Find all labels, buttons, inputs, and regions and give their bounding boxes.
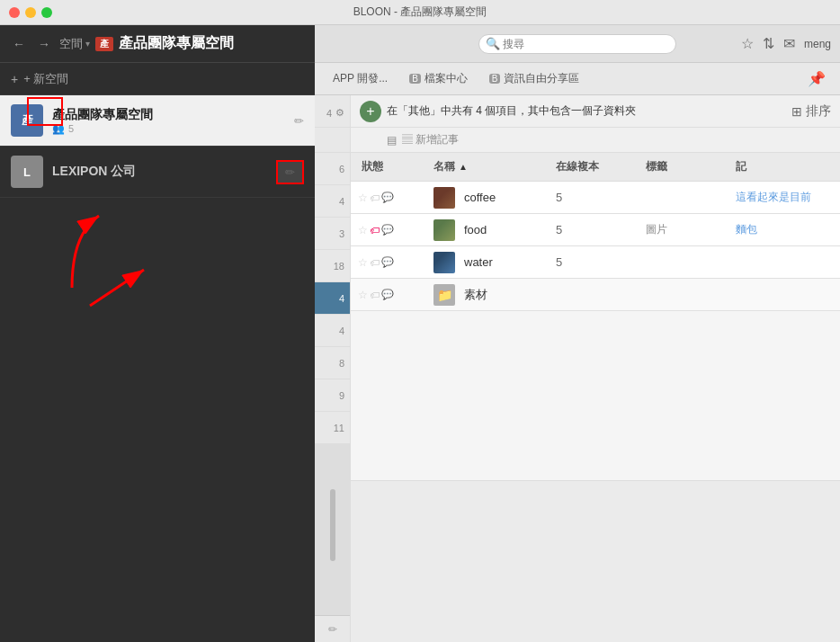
num-item-3: 3 bbox=[315, 218, 350, 250]
num-item-8: 8 bbox=[315, 347, 350, 379]
table-row-materials[interactable]: ☆ 🏷 💬 📁 素材 bbox=[351, 279, 840, 311]
name-label-coffee: coffee bbox=[464, 191, 496, 204]
tag-icon-food[interactable]: 🏷 bbox=[370, 225, 380, 236]
annotation-area bbox=[0, 198, 315, 327]
notes-food: 麵包 bbox=[728, 222, 836, 237]
edit-space-button-product[interactable]: ✏ bbox=[294, 114, 304, 128]
col-header-name[interactable]: 名稱 ▲ bbox=[426, 159, 549, 174]
header-spacer bbox=[315, 128, 350, 153]
left-numbers-panel: 4 ⚙ 6 4 3 18 4 4 8 9 11 bbox=[315, 95, 351, 642]
space-item-product[interactable]: 產 產品團隊專屬空間 👥 5 ✏ bbox=[0, 95, 315, 147]
table-wrap: 狀態 名稱 ▲ 在線複本 標籤 記 bbox=[351, 153, 840, 480]
mail-toolbar-icon[interactable]: ✉ bbox=[783, 35, 795, 52]
tab-files[interactable]: B 檔案中心 bbox=[400, 67, 477, 90]
tab-info-label: 資訊自由分享區 bbox=[504, 71, 579, 86]
sort-label: 排序 bbox=[806, 103, 831, 118]
scrollbar-thumb[interactable] bbox=[330, 489, 335, 561]
space-info-lexipon: LEXIPON 公司 bbox=[52, 164, 276, 180]
titlebar: BLOON - 產品團隊專屬空間 bbox=[0, 0, 840, 25]
add-record-button[interactable]: + bbox=[360, 101, 381, 122]
space-actions-product: ✏ bbox=[294, 114, 304, 128]
tags-food: 圖片 bbox=[639, 222, 728, 237]
row-icons-water: ☆ 🏷 💬 bbox=[354, 256, 426, 269]
thumb-materials: 📁 bbox=[433, 284, 455, 306]
pencil-icon: ✏ bbox=[328, 623, 337, 636]
row-icons-food: ☆ 🏷 💬 bbox=[354, 224, 426, 236]
new-space-button[interactable]: + + 新空間 bbox=[0, 63, 315, 95]
tag-icon-coffee[interactable]: 🏷 bbox=[370, 192, 380, 203]
chat-icon-coffee[interactable]: 💬 bbox=[381, 192, 394, 203]
chat-icon-new: ▤ bbox=[387, 134, 397, 147]
new-space-label: + 新空間 bbox=[23, 71, 68, 87]
chat-icon-food[interactable]: 💬 bbox=[381, 224, 394, 236]
grid-view-button[interactable]: ⊞ bbox=[791, 104, 802, 119]
main-panel: 🔍 ☆ ⇅ ✉ meng APP 開發... B 檔案中心 B 資訊自由分享區 bbox=[315, 25, 840, 642]
close-button[interactable] bbox=[9, 7, 20, 18]
search-input[interactable] bbox=[478, 34, 676, 54]
star-icon-materials[interactable]: ☆ bbox=[358, 289, 368, 301]
space-actions-lexipon: ✏ bbox=[276, 160, 304, 184]
space-badge: 產 bbox=[95, 37, 113, 51]
col-header-status: 狀態 bbox=[354, 159, 426, 174]
dropdown-arrow-icon: ▾ bbox=[85, 39, 90, 49]
num-item-18: 18 bbox=[315, 250, 350, 282]
app-body: ← → 空間 ▾ 產 產品團隊專屬空間 + + 新空間 產 產品團隊專屬空間 👥 bbox=[0, 25, 840, 642]
chat-icon-materials[interactable]: 💬 bbox=[381, 289, 394, 300]
num-item-6: 6 bbox=[315, 153, 350, 185]
copies-food: 5 bbox=[549, 223, 639, 236]
maximize-button[interactable] bbox=[41, 7, 52, 18]
new-record-label[interactable]: ▤ 新增記事 bbox=[402, 132, 459, 147]
table-row-water[interactable]: ☆ 🏷 💬 water 5 bbox=[351, 246, 840, 279]
members-settings-row: 4 ⚙ bbox=[315, 99, 350, 128]
minimize-button[interactable] bbox=[25, 7, 36, 18]
tab-app-dev[interactable]: APP 開發... bbox=[324, 67, 397, 90]
thumb-water bbox=[433, 252, 455, 273]
global-toolbar: 🔍 ☆ ⇅ ✉ meng bbox=[315, 25, 840, 63]
star-icon-food[interactable]: ☆ bbox=[358, 224, 368, 236]
row-icons-coffee: ☆ 🏷 💬 bbox=[354, 192, 426, 204]
num-item-9: 9 bbox=[315, 379, 350, 412]
forward-button[interactable]: → bbox=[34, 35, 54, 53]
space-name-product: 產品團隊專屬空間 bbox=[52, 107, 294, 123]
num-item-4a: 4 bbox=[315, 185, 350, 218]
settings-icon[interactable]: ⚙ bbox=[335, 107, 344, 119]
back-button[interactable]: ← bbox=[9, 35, 29, 53]
star-icon-coffee[interactable]: ☆ bbox=[358, 192, 368, 204]
avatar-product: 產 bbox=[11, 104, 43, 137]
chat-icon-water[interactable]: 💬 bbox=[381, 256, 394, 268]
edit-space-button-lexipon[interactable]: ✏ bbox=[276, 160, 304, 184]
avatar-lexipon: L bbox=[11, 156, 43, 188]
edit-icon-bottom[interactable]: ✏ bbox=[315, 615, 350, 642]
table-row-food[interactable]: ☆ 🏷 💬 food 5 圖片 麵包 bbox=[351, 214, 840, 246]
sidebar: ← → 空間 ▾ 產 產品團隊專屬空間 + + 新空間 產 產品團隊專屬空間 👥 bbox=[0, 25, 315, 642]
star-icon-water[interactable]: ☆ bbox=[358, 256, 368, 269]
table-header: 狀態 名稱 ▲ 在線複本 標籤 記 bbox=[351, 153, 840, 182]
space-name-lexipon: LEXIPON 公司 bbox=[52, 164, 276, 180]
tag-icon-water[interactable]: 🏷 bbox=[370, 257, 380, 268]
col-header-copies: 在線複本 bbox=[549, 159, 639, 174]
space-label-text: 空間 bbox=[59, 36, 83, 52]
tabs-bar: APP 開發... B 檔案中心 B 資訊自由分享區 📌 bbox=[315, 63, 840, 95]
name-cell-materials: 📁 素材 bbox=[426, 284, 549, 306]
star-toolbar-icon[interactable]: ☆ bbox=[741, 35, 754, 52]
space-item-lexipon[interactable]: L LEXIPON 公司 ✏ bbox=[0, 147, 315, 198]
space-dropdown[interactable]: 空間 ▾ bbox=[59, 36, 90, 52]
num-item-4b: 4 bbox=[315, 315, 350, 347]
sort-toolbar-icon[interactable]: ⇅ bbox=[763, 35, 774, 52]
annotation-arrows bbox=[18, 207, 198, 315]
table-row-coffee[interactable]: ☆ 🏷 💬 coffee 5 這看起來是目前 bbox=[351, 182, 840, 214]
search-icon: 🔍 bbox=[486, 37, 500, 50]
members-row-product: 👥 5 bbox=[52, 123, 294, 135]
col-header-tags: 標籤 bbox=[639, 159, 728, 174]
sort-button[interactable]: 排序 bbox=[806, 103, 831, 120]
thumb-food bbox=[433, 219, 455, 241]
tab-info-share[interactable]: B 資訊自由分享區 bbox=[480, 67, 589, 90]
tag-icon-materials[interactable]: 🏷 bbox=[370, 290, 380, 300]
pin-button[interactable]: 📌 bbox=[802, 68, 831, 89]
name-label-materials: 素材 bbox=[464, 287, 487, 303]
breadcrumb-text: 在「其他」中共有 4 個項目，其中包含一個子資料夾 bbox=[387, 103, 786, 119]
member-count-product: 5 bbox=[68, 123, 74, 134]
search-container: 🔍 bbox=[478, 34, 676, 54]
tab-app-dev-label: APP 開發... bbox=[333, 71, 388, 86]
sidebar-toolbar: ← → 空間 ▾ 產 產品團隊專屬空間 bbox=[0, 25, 315, 63]
